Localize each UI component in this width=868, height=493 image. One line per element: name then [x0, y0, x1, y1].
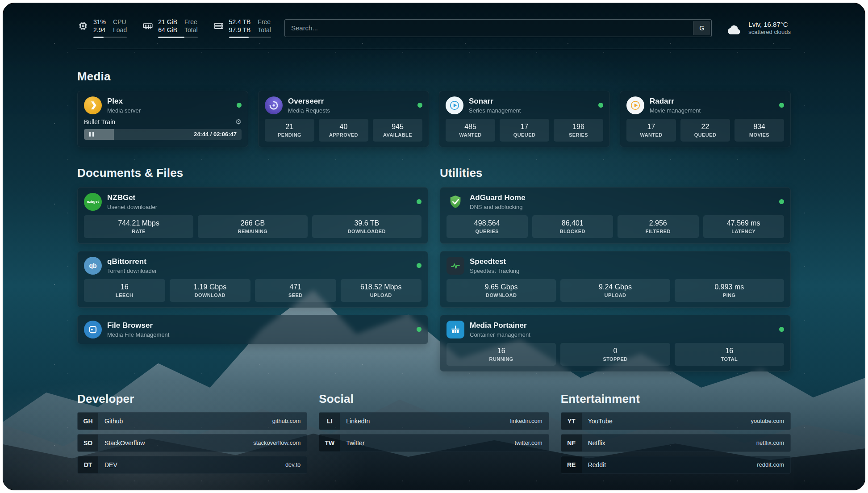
- app-name: AdGuard Home: [470, 193, 526, 202]
- stat-seed: 471 SEED: [255, 279, 336, 302]
- weather-location: Lviv, 16.87°C: [748, 21, 791, 28]
- app-subtitle: Torrent downloader: [107, 267, 157, 274]
- section-title-utilities: Utilities: [440, 166, 791, 180]
- playback-progress-bar[interactable]: 24:44 / 02:06:47: [84, 129, 242, 140]
- card-radarr[interactable]: Radarr Movie management 17 WANTED 22 QUE…: [620, 91, 791, 147]
- card-sonarr[interactable]: Sonarr Series management 485 WANTED 17 Q…: [439, 91, 610, 147]
- stat-pending: 21 PENDING: [265, 119, 314, 142]
- qbittorrent-icon: qb: [84, 257, 102, 275]
- card-nzbget[interactable]: nzbget NZBGet Usenet downloader 744.21 M…: [77, 187, 428, 244]
- stat-total: 16 TOTAL: [675, 343, 784, 366]
- speedtest-icon: [447, 257, 464, 275]
- cpu-label-bottom: Load: [113, 26, 127, 34]
- adguard-icon: [447, 193, 464, 211]
- memory-total: 64 GiB: [158, 26, 177, 34]
- app-name: Plex: [107, 97, 141, 106]
- section-utilities: Utilities AdGuard Home DNS and adblockin…: [440, 166, 791, 372]
- bookmark-name: YouTube: [588, 418, 613, 425]
- sonarr-icon: [446, 96, 463, 114]
- playback-time: 24:44 / 02:06:47: [194, 131, 237, 138]
- cpu-widget: 31% CPU 2.94 Load: [77, 18, 127, 38]
- bookmark-reddit[interactable]: RE Reddit reddit.com: [561, 456, 791, 474]
- cpu-usage-bar: [93, 37, 127, 38]
- bookmark-url: netflix.com: [756, 439, 784, 446]
- card-overseerr[interactable]: Overseerr Media Requests 21 PENDING 40 A…: [258, 91, 429, 147]
- stat-queued: 17 QUEUED: [500, 119, 549, 142]
- bookmark-name: LinkedIn: [346, 418, 370, 425]
- pause-button[interactable]: [88, 132, 95, 137]
- bookmark-dev[interactable]: DT DEV dev.to: [77, 456, 307, 474]
- stat-upload: 9.24 Gbps UPLOAD: [560, 279, 670, 302]
- app-subtitle: Speedtest Tracking: [470, 267, 519, 274]
- app-name: Radarr: [650, 97, 701, 106]
- app-subtitle: Container management: [470, 331, 530, 338]
- overseerr-icon: [265, 96, 283, 114]
- memory-usage-bar: [158, 37, 197, 38]
- dashboard-window: 31% CPU 2.94 Load 21 GiB: [3, 3, 865, 490]
- bookmark-twitter[interactable]: TW Twitter twitter.com: [319, 434, 549, 452]
- bookmark-name: Twitter: [346, 439, 364, 447]
- search-input[interactable]: [285, 24, 693, 32]
- bookmark-name: Github: [104, 418, 123, 425]
- card-adguard[interactable]: AdGuard Home DNS and adblocking 498,564 …: [440, 187, 791, 244]
- weather-widget: Lviv, 16.87°C scattered clouds: [725, 21, 791, 35]
- bookmark-abbr: SO: [78, 435, 98, 451]
- disk-total-label: Total: [258, 26, 271, 34]
- app-subtitle: Media server: [107, 107, 141, 114]
- bookmark-url: youtube.com: [751, 418, 784, 424]
- card-filebrowser[interactable]: File Browser Media File Management: [77, 315, 428, 344]
- bookmark-url: dev.to: [285, 461, 300, 468]
- section-title-social: Social: [319, 392, 549, 406]
- ram-icon: [142, 20, 154, 32]
- cpu-percent: 31%: [93, 18, 106, 26]
- bookmark-url: twitter.com: [515, 439, 542, 446]
- disk-widget: 52.4 TB Free 97.9 TB Total: [213, 18, 271, 38]
- cpu-load-avg: 2.94: [93, 26, 106, 34]
- disk-total: 97.9 TB: [229, 26, 251, 34]
- bookmark-abbr: NF: [561, 435, 582, 451]
- card-speedtest[interactable]: Speedtest Speedtest Tracking 9.65 Gbps D…: [440, 251, 791, 308]
- section-title-documents: Documents & Files: [77, 166, 428, 180]
- stat-download: 9.65 Gbps DOWNLOAD: [447, 279, 556, 302]
- bookmark-group-social: Social LI LinkedIn linkedin.com TW Twitt…: [319, 392, 549, 452]
- stat-upload: 618.52 Mbps UPLOAD: [341, 279, 422, 302]
- stat-stopped: 0 STOPPED: [560, 343, 670, 366]
- bookmark-stackoverflow[interactable]: SO StackOverflow stackoverflow.com: [77, 434, 307, 452]
- memory-free-label: Free: [184, 18, 198, 26]
- disk-usage-bar: [229, 37, 271, 38]
- bookmark-abbr: GH: [78, 413, 98, 430]
- stat-queries: 498,564 QUERIES: [447, 215, 528, 238]
- bookmark-github[interactable]: GH Github github.com: [77, 412, 307, 430]
- gear-icon[interactable]: ⚙: [235, 118, 242, 125]
- portainer-icon: [447, 321, 464, 338]
- stat-download: 1.19 Gbps DOWNLOAD: [170, 279, 251, 302]
- cloud-icon: [725, 21, 743, 35]
- search-engine-button[interactable]: G: [693, 21, 710, 35]
- bookmark-abbr: RE: [561, 456, 582, 473]
- stat-series: 196 SERIES: [554, 119, 603, 142]
- bookmark-url: stackoverflow.com: [253, 439, 300, 446]
- top-bar: 31% CPU 2.94 Load 21 GiB: [77, 18, 791, 38]
- app-subtitle: DNS and adblocking: [470, 204, 526, 210]
- bookmark-name: Reddit: [588, 461, 606, 468]
- app-name: qBittorrent: [107, 257, 157, 266]
- status-online-dot: [779, 103, 784, 108]
- card-plex[interactable]: Plex Media server Bullet Train ⚙ 24:44 /…: [77, 91, 248, 147]
- card-portainer[interactable]: Media Portainer Container management 16 …: [440, 315, 791, 372]
- bookmark-netflix[interactable]: NF Netflix netflix.com: [561, 434, 791, 452]
- screenshot-canvas: 31% CPU 2.94 Load 21 GiB: [0, 0, 868, 493]
- stat-remaining: 266 GB REMAINING: [198, 215, 307, 238]
- bookmark-url: linkedin.com: [510, 418, 542, 424]
- app-name: Media Portainer: [470, 321, 530, 330]
- card-qbittorrent[interactable]: qb qBittorrent Torrent downloader 16 LEE…: [77, 251, 428, 308]
- bookmark-youtube[interactable]: YT YouTube youtube.com: [561, 412, 791, 430]
- bookmark-abbr: LI: [319, 413, 340, 430]
- system-stats-group: 31% CPU 2.94 Load 21 GiB: [77, 18, 271, 38]
- bookmark-name: StackOverflow: [104, 439, 145, 447]
- stat-ping: 0.993 ms PING: [675, 279, 784, 302]
- filebrowser-icon: [84, 321, 102, 338]
- app-name: File Browser: [107, 321, 169, 330]
- bookmark-linkedin[interactable]: LI LinkedIn linkedin.com: [319, 412, 549, 430]
- cpu-label-top: CPU: [113, 18, 127, 26]
- stat-downloaded: 39.6 TB DOWNLOADED: [312, 215, 421, 238]
